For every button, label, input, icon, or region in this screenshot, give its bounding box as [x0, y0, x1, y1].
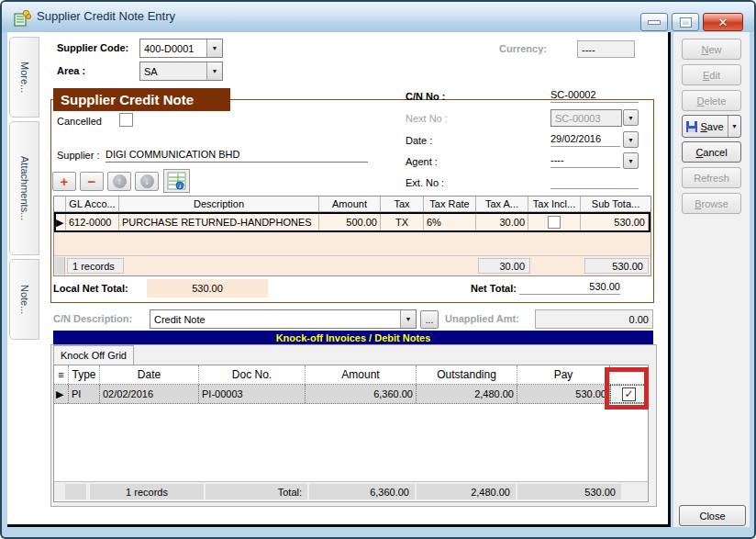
supplier-label: Supplier : [57, 150, 99, 161]
tax-amount-cell: 30.00 [476, 214, 528, 230]
col-doc-no[interactable]: Doc No. [199, 365, 306, 384]
cn-description-label: C/N Description: [53, 313, 132, 324]
row-marker-icon: ▶ [54, 385, 69, 403]
minimize-button[interactable] [640, 13, 668, 31]
tax-inclusive-checkbox[interactable] [548, 216, 561, 229]
date-dropdown-button[interactable]: ▼ [623, 131, 639, 148]
area-label: Area : [57, 65, 85, 76]
chevron-down-icon[interactable]: ▼ [400, 310, 416, 328]
ellipsis-icon: ... [426, 315, 433, 325]
close-icon: ✕ [718, 17, 728, 28]
cn-no-field[interactable]: SC-00002 [550, 87, 639, 103]
col-gl-account[interactable]: GL Acco... [66, 197, 119, 211]
col-amount[interactable]: Amount [306, 365, 417, 384]
agent-field[interactable]: ---- [550, 152, 620, 168]
tax-calculator-button[interactable]: i [163, 169, 190, 193]
action-button-panel: New Edit Delete Save ▼ Cancel Refresh Br… [673, 32, 750, 527]
knockoff-grid-tab[interactable]: Knock Off Grid [53, 345, 134, 365]
knockoff-grid: ≡ Type Date Doc No. Amount Outstanding P… [53, 365, 649, 502]
save-dropdown-button[interactable]: ▼ [728, 116, 740, 137]
footer-marker-box [65, 484, 86, 500]
save-button[interactable]: Save ▼ [682, 115, 741, 138]
tab-note-label: Note... [19, 285, 30, 314]
col-tax[interactable]: Tax [381, 197, 424, 211]
col-tax-inclusive[interactable]: Tax Incl... [528, 197, 581, 211]
edit-button[interactable]: Edit [682, 64, 741, 85]
doc-no-cell: PI-00003 [199, 385, 306, 403]
add-row-button[interactable]: + [52, 172, 76, 191]
ext-no-field[interactable] [550, 174, 639, 189]
supplier-field[interactable]: DIGI COMMUNICATION BHD [106, 147, 368, 163]
cancelled-checkbox[interactable] [119, 113, 133, 127]
window-title: Supplier Credit Note Entry [37, 9, 175, 23]
delete-button[interactable]: Delete [682, 90, 741, 111]
col-amount[interactable]: Amount [319, 197, 381, 211]
cancel-button[interactable]: Cancel [682, 141, 741, 163]
total-label-cell: Total: [206, 484, 307, 500]
col-type[interactable]: Type [69, 365, 100, 384]
agent-dropdown-button[interactable]: ▼ [623, 152, 639, 169]
col-tax-amount[interactable]: Tax A... [476, 197, 528, 211]
knockoff-banner: Knock-off Invoices / Debit Notes [53, 331, 653, 344]
calculator-icon: i [167, 172, 186, 190]
new-button[interactable]: New [682, 39, 741, 60]
tab-more[interactable]: More... [9, 37, 39, 118]
maximize-button[interactable] [672, 13, 699, 31]
net-total-field: 530.00 [519, 279, 620, 295]
minus-icon: − [88, 174, 96, 188]
unapplied-amt-label: Unapplied Amt: [445, 313, 519, 324]
knockoff-grid-footer: 1 records Total: 6,360.00 2,480.00 530.0… [54, 481, 648, 500]
move-up-button[interactable]: ↑ [107, 172, 131, 191]
knockoff-grid-row[interactable]: ▶ PI 02/02/2016 PI-00003 6,360.00 2,480.… [54, 385, 648, 404]
next-no-label: Next No : [406, 113, 448, 124]
sub-total-badge: 530.00 [584, 258, 649, 274]
cn-no-label: C/N No : [406, 91, 445, 102]
browse-button[interactable]: Browse [682, 193, 741, 214]
date-field[interactable]: 29/02/2016 [550, 131, 620, 147]
col-date[interactable]: Date [100, 365, 199, 384]
move-down-button[interactable]: ↓ [135, 172, 159, 191]
supplier-code-label: Supplier Code: [57, 42, 128, 53]
next-no-dropdown-button[interactable]: ▼ [623, 109, 639, 126]
title-bar[interactable]: Supplier Credit Note Entry ✕ [2, 2, 754, 32]
net-total-label: Net Total: [471, 283, 517, 294]
tab-attachments-label: Attachments... [19, 156, 30, 220]
col-sub-total[interactable]: Sub Tota... [581, 197, 650, 211]
col-description[interactable]: Description [119, 197, 319, 211]
next-no-field: SC-00003 [550, 109, 622, 127]
grid-menu-icon[interactable]: ≡ [54, 365, 69, 384]
items-grid-row[interactable]: ▶ 612-0000 PURCHASE RETURNED-HANDPHONES … [54, 212, 650, 232]
col-outstanding[interactable]: Outstanding [417, 365, 517, 384]
agent-label: Agent : [406, 156, 438, 167]
delete-row-button[interactable]: − [80, 172, 104, 191]
chevron-down-icon[interactable]: ▼ [206, 62, 222, 80]
col-tax-rate[interactable]: Tax Rate [424, 197, 476, 211]
supplier-code-combo[interactable]: 400-D0001 ▼ [139, 39, 223, 58]
area-combo[interactable]: SA ▼ [139, 62, 223, 81]
window-controls: ✕ [640, 13, 743, 31]
save-button-main[interactable]: Save [683, 121, 728, 132]
cancel-button-label: Cancel [695, 147, 727, 158]
cn-description-combo[interactable]: Credit Note ▼ [150, 309, 417, 329]
area-value: SA [140, 62, 206, 80]
chevron-down-icon[interactable]: ▼ [206, 39, 222, 57]
tab-more-label: More... [19, 62, 30, 93]
date-cell: 02/02/2016 [100, 385, 199, 403]
col-pay[interactable]: Pay [517, 365, 610, 384]
unapplied-amt-field: 0.00 [535, 309, 653, 329]
items-grid-footer: 1 records 30.00 530.00 [54, 255, 650, 275]
tab-attachments[interactable]: Attachments... [9, 121, 39, 255]
tab-note[interactable]: Note... [9, 259, 39, 340]
total-outstanding-cell: 2,480.00 [417, 484, 516, 500]
cn-description-ellipsis-button[interactable]: ... [420, 310, 439, 329]
records-count-badge: 1 records [67, 258, 124, 274]
row-marker-icon: ▶ [56, 214, 66, 230]
refresh-button[interactable]: Refresh [682, 167, 741, 188]
local-net-total-field: 530.00 [147, 279, 268, 298]
close-button[interactable]: Close [679, 505, 746, 526]
cn-description-value: Credit Note [150, 310, 400, 328]
plus-icon: + [61, 174, 69, 188]
close-window-button[interactable]: ✕ [703, 13, 743, 31]
chevron-down-icon: ▼ [628, 137, 634, 143]
agent-value: ---- [550, 154, 564, 165]
